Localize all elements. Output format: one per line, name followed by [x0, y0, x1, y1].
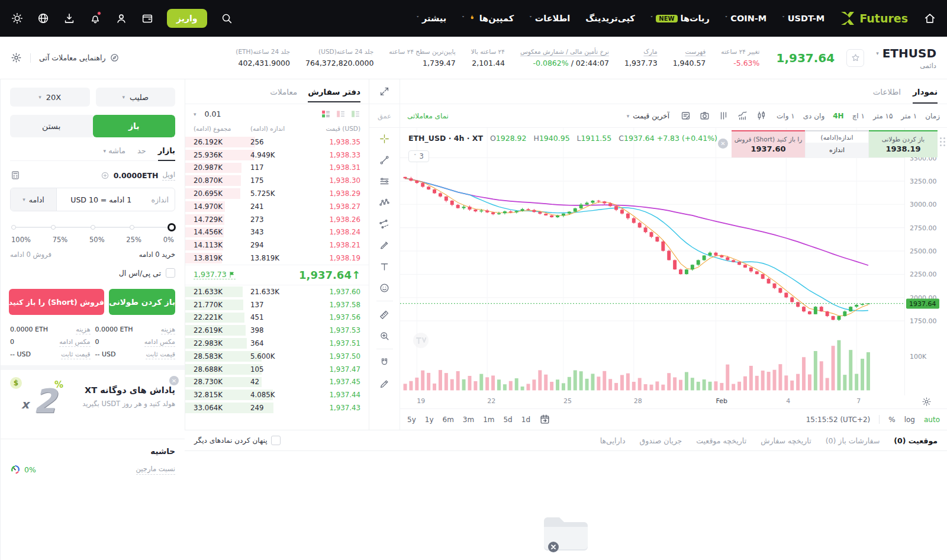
- slider-handle-50[interactable]: [91, 225, 95, 230]
- bid-row[interactable]: 28.688K1051,937.47: [185, 363, 369, 376]
- bottom-tab[interactable]: دارایی‌ها: [600, 436, 626, 445]
- chart-clock[interactable]: 15:15:52 (UTC+2): [806, 416, 871, 424]
- open-long-button[interactable]: باز کردن طولانی: [109, 289, 175, 315]
- bid-row[interactable]: 32.815K4.085K1,937.44: [185, 388, 369, 401]
- deposit-button[interactable]: واریز: [167, 9, 207, 28]
- download-app-icon[interactable]: [63, 12, 76, 25]
- bottom-tab[interactable]: تاریخچه موقعیت: [696, 436, 746, 445]
- ask-row[interactable]: 14.456K3431,938.24: [185, 226, 369, 239]
- order-type-ماشه[interactable]: ماشه▾: [104, 146, 125, 155]
- ruler-icon[interactable]: [369, 304, 400, 325]
- timeframe-۱ وات[interactable]: ۱ وات: [777, 112, 795, 120]
- stat-label[interactable]: مارک: [624, 48, 658, 55]
- tab-open[interactable]: باز: [93, 115, 176, 137]
- nav-item-ربات‌ها[interactable]: ˅NEWربات‌ها: [650, 14, 710, 23]
- language-icon[interactable]: [37, 12, 50, 25]
- bottom-tab[interactable]: موقعیت (0): [894, 436, 938, 445]
- tab-chart[interactable]: نمودار: [913, 79, 938, 104]
- ask-row[interactable]: 20.695K5.725K1,938.29: [185, 187, 369, 200]
- slider-handle-25[interactable]: [51, 225, 56, 230]
- nav-item-اطلاعات[interactable]: ˅اطلاعات: [529, 14, 570, 23]
- timeframe-۱۵ متر[interactable]: ۱۵ متر: [873, 112, 893, 120]
- ask-row[interactable]: 20.870K1751,938.30: [185, 174, 369, 187]
- ask-row[interactable]: 26.192K2561,938.35: [185, 136, 369, 149]
- favorite-star-icon[interactable]: [846, 49, 864, 67]
- brush-icon[interactable]: [369, 234, 400, 256]
- text-icon[interactable]: [369, 256, 400, 277]
- order-type-حد[interactable]: حد: [137, 146, 146, 155]
- scale-log-button[interactable]: log: [904, 416, 915, 424]
- expand-icon[interactable]: [369, 79, 400, 104]
- close-icon[interactable]: ✕: [169, 376, 179, 385]
- bid-row[interactable]: 28.583K5.600K1,937.50: [185, 350, 369, 363]
- indicator-icon[interactable]: [737, 110, 748, 121]
- slider-handle-100[interactable]: [168, 223, 176, 231]
- range-5y[interactable]: 5y: [407, 416, 416, 424]
- timeframe-4H[interactable]: 4H: [833, 112, 843, 120]
- camera-icon[interactable]: [699, 110, 710, 121]
- ask-row[interactable]: 14.729K2731,938.26: [185, 213, 369, 226]
- overlay-open-long[interactable]: باز کردن طولانی 1938.19: [869, 130, 938, 157]
- candles-icon[interactable]: [756, 110, 767, 121]
- pattern-icon[interactable]: [369, 192, 400, 213]
- settings-gear-icon[interactable]: [11, 52, 22, 63]
- tpsl-checkbox[interactable]: [166, 268, 175, 278]
- nav-item-کمپین‌ها[interactable]: ˅کمپین‌ها: [462, 14, 514, 23]
- tab-info[interactable]: اطلاعات: [873, 79, 901, 104]
- channel-icon[interactable]: [369, 213, 400, 234]
- order-type-بازار[interactable]: بازار: [158, 146, 175, 155]
- bid-row[interactable]: 21.770K1371,937.58: [185, 298, 369, 311]
- size-slider[interactable]: [14, 223, 172, 231]
- ask-row[interactable]: 20.987K1171,938.31: [185, 162, 369, 175]
- time-axis[interactable]: 19222528Feb47: [400, 395, 947, 408]
- nav-item-کپی‌تریدینگ[interactable]: کپی‌تریدینگ: [585, 14, 635, 23]
- tab-close[interactable]: بستن: [10, 115, 93, 137]
- bottom-tab[interactable]: تاریخچه سفارش: [761, 436, 811, 445]
- last-price-dropdown[interactable]: آخرین قیمت▾: [627, 112, 669, 120]
- scale-auto-button[interactable]: auto: [924, 416, 940, 424]
- wallet-icon[interactable]: [141, 12, 154, 25]
- bars-icon[interactable]: [718, 110, 729, 121]
- range-1y[interactable]: 1y: [425, 416, 434, 424]
- bottom-tab[interactable]: جریان صندوق: [640, 436, 682, 445]
- transfer-plus-icon[interactable]: [101, 171, 109, 180]
- timeframe-۱ متر[interactable]: ۱ متر: [901, 112, 917, 120]
- hlines-icon[interactable]: [369, 170, 400, 192]
- overlay-open-short[interactable]: فروش (Short) را باز کنید 1937.60: [732, 130, 805, 157]
- range-1m[interactable]: 1m: [483, 416, 494, 424]
- timeframe-زمان[interactable]: زمان: [925, 112, 940, 120]
- price-axis[interactable]: 3500.003250.003000.002750.002500.002250.…: [904, 128, 947, 395]
- margin-mode-select[interactable]: صلیب▾: [96, 88, 176, 107]
- search-icon[interactable]: [220, 12, 233, 25]
- close-icon[interactable]: ✕: [718, 139, 728, 149]
- pencil-icon[interactable]: [369, 373, 400, 394]
- tab-trades[interactable]: معاملات: [270, 81, 297, 102]
- nav-item-بیشتر[interactable]: ˅بیشتر: [417, 14, 447, 23]
- calculator-icon[interactable]: [10, 170, 21, 181]
- profile-icon[interactable]: [115, 12, 128, 25]
- emoji-icon[interactable]: [369, 277, 400, 298]
- futures-guide-link[interactable]: راهنمایی معاملات آتی: [39, 53, 120, 63]
- bid-row[interactable]: 22.221K4511,937.56: [185, 311, 369, 324]
- leverage-select[interactable]: ▾20X: [10, 88, 90, 107]
- precision-select[interactable]: 0.01▾: [194, 110, 221, 118]
- ob-bids-icon[interactable]: [350, 109, 360, 119]
- range-6m[interactable]: 6m: [443, 416, 454, 424]
- nav-item-USDT-M[interactable]: ˅USDT-M: [782, 14, 824, 23]
- ask-row[interactable]: 14.113K2941,938.21: [185, 239, 369, 252]
- bid-row[interactable]: 33.064K2491,937.43: [185, 401, 369, 414]
- hide-symbols-checkbox[interactable]: [271, 436, 281, 445]
- trading-view-link[interactable]: نمای معاملاتی: [407, 112, 449, 120]
- ob-asks-icon[interactable]: [336, 109, 346, 119]
- notifications-icon[interactable]: [89, 12, 102, 25]
- drag-handle[interactable]: [940, 137, 946, 146]
- timeframe-وان دی[interactable]: وان دی: [803, 112, 825, 120]
- bid-row[interactable]: 28.730K421,937.45: [185, 376, 369, 389]
- chart-canvas[interactable]: 3500.003250.003000.002750.002500.002250.…: [400, 128, 947, 395]
- theme-icon[interactable]: [11, 12, 24, 25]
- zoom-in-icon[interactable]: [369, 325, 400, 346]
- tab-orderbook[interactable]: دفتر سفارش: [308, 81, 360, 102]
- crosshair-icon[interactable]: [369, 128, 400, 149]
- indicators-collapse-button[interactable]: ˅3: [408, 150, 429, 162]
- note-icon[interactable]: [680, 110, 691, 121]
